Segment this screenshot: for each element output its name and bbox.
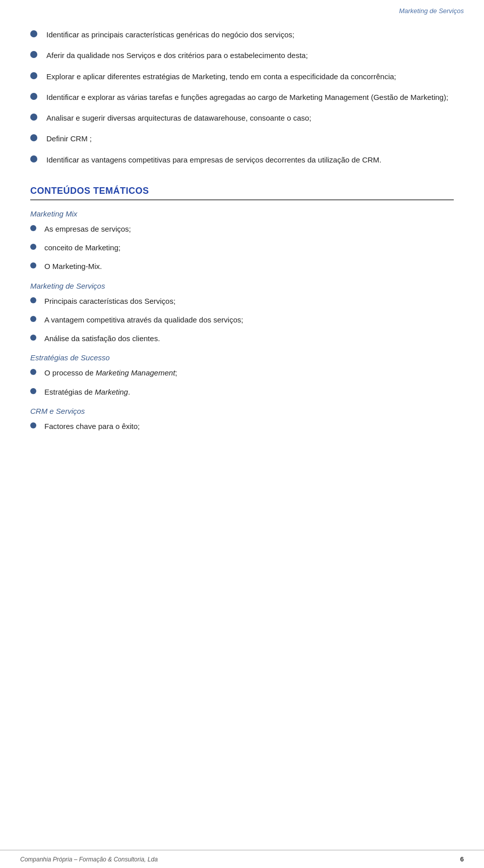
subsection-title: Estratégias de Sucesso xyxy=(30,353,454,362)
bullet-text: Definir CRM ; xyxy=(46,133,454,144)
bullet-text: Identificar as principais característica… xyxy=(46,29,454,40)
sub-bullet-text: As empresas de serviços; xyxy=(44,223,454,235)
bullet-dot xyxy=(30,93,37,100)
sub-bullet-text: A vantagem competitiva através da qualid… xyxy=(44,314,454,326)
bullet-dot xyxy=(30,114,37,121)
bullet-text: Analisar e sugerir diversas arquitectura… xyxy=(46,112,454,124)
sub-bullet-item: As empresas de serviços; xyxy=(30,223,454,235)
bullet-item: Analisar e sugerir diversas arquitectura… xyxy=(30,112,454,124)
bullet-text: Identificar as vantagens competitivas pa… xyxy=(46,154,454,166)
page-header: Marketing de Serviços xyxy=(0,0,484,19)
bullet-item: Identificar as principais característica… xyxy=(30,29,454,40)
bullet-item: Identificar e explorar as várias tarefas… xyxy=(30,91,454,103)
sub-bullet-dot xyxy=(30,388,36,394)
bullet-item: Explorar e aplicar diferentes estratégia… xyxy=(30,71,454,82)
sub-bullet-dot xyxy=(30,225,36,231)
bullet-text: Explorar e aplicar diferentes estratégia… xyxy=(46,71,454,82)
bullet-dot xyxy=(30,72,37,79)
sub-bullet-dot xyxy=(30,422,36,428)
sub-bullet-dot xyxy=(30,262,36,268)
main-content: Identificar as principais característica… xyxy=(0,19,484,479)
sub-bullet-text: conceito de Marketing; xyxy=(44,242,454,253)
header-title: Marketing de Serviços xyxy=(399,7,464,15)
sub-bullet-dot xyxy=(30,244,36,250)
sub-bullet-item: conceito de Marketing; xyxy=(30,242,454,253)
sub-bullet-list: O processo de Marketing Management;Estra… xyxy=(30,367,454,398)
sub-bullet-item: Factores chave para o êxito; xyxy=(30,420,454,432)
sub-bullet-dot xyxy=(30,297,36,303)
bullet-dot xyxy=(30,155,37,162)
bullet-dot xyxy=(30,51,37,58)
sub-bullet-list: Principais características dos Serviços;… xyxy=(30,295,454,345)
sub-bullet-item: Principais características dos Serviços; xyxy=(30,295,454,307)
bullet-dot xyxy=(30,30,37,37)
bullet-dot xyxy=(30,134,37,141)
page-number: 6 xyxy=(460,855,464,863)
objectives-list: Identificar as principais característica… xyxy=(30,29,454,166)
sub-bullet-dot xyxy=(30,316,36,322)
sub-bullet-item: O processo de Marketing Management; xyxy=(30,367,454,378)
page-footer: Companhia Própria – Formação & Consultor… xyxy=(0,850,484,868)
bullet-item: Aferir da qualidade nos Serviços e dos c… xyxy=(30,49,454,61)
subsections-container: Marketing MixAs empresas de serviços;con… xyxy=(30,209,454,432)
sub-bullet-item: A vantagem competitiva através da qualid… xyxy=(30,314,454,326)
bullet-text: Identificar e explorar as várias tarefas… xyxy=(46,91,454,103)
bullet-text: Aferir da qualidade nos Serviços e dos c… xyxy=(46,49,454,61)
bullet-item: Identificar as vantagens competitivas pa… xyxy=(30,154,454,166)
subsection-title: CRM e Serviços xyxy=(30,407,454,415)
section-heading: CONTEÚDOS TEMÁTICOS xyxy=(30,186,454,200)
sub-bullet-text: O processo de Marketing Management; xyxy=(44,367,454,378)
sub-bullet-item: Estratégias de Marketing. xyxy=(30,386,454,398)
sub-bullet-dot xyxy=(30,369,36,375)
sub-bullet-item: O Marketing-Mix. xyxy=(30,260,454,272)
sub-bullet-text: Estratégias de Marketing. xyxy=(44,386,454,398)
bullet-item: Definir CRM ; xyxy=(30,133,454,144)
section-title: CONTEÚDOS TEMÁTICOS xyxy=(30,186,454,200)
sub-bullet-dot xyxy=(30,335,36,341)
subsection-title: Marketing de Serviços xyxy=(30,282,454,290)
footer-company: Companhia Própria – Formação & Consultor… xyxy=(20,856,158,863)
sub-bullet-text: Factores chave para o êxito; xyxy=(44,420,454,432)
sub-bullet-text: Análise da satisfação dos clientes. xyxy=(44,333,454,344)
sub-bullet-list: Factores chave para o êxito; xyxy=(30,420,454,432)
sub-bullet-text: O Marketing-Mix. xyxy=(44,260,454,272)
sub-bullet-text: Principais características dos Serviços; xyxy=(44,295,454,307)
sub-bullet-item: Análise da satisfação dos clientes. xyxy=(30,333,454,344)
sub-bullet-list: As empresas de serviços;conceito de Mark… xyxy=(30,223,454,273)
subsection-title: Marketing Mix xyxy=(30,209,454,218)
